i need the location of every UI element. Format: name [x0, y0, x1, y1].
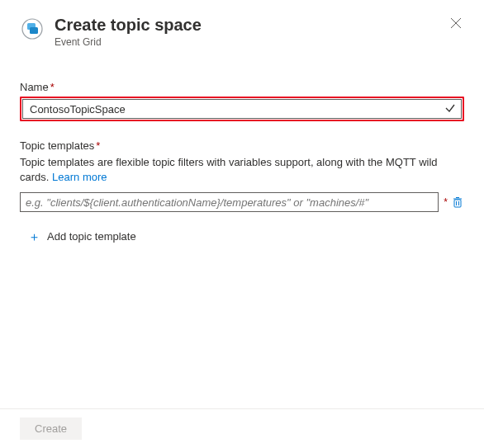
close-button[interactable]	[448, 15, 464, 31]
learn-more-link[interactable]: Learn more	[52, 171, 107, 183]
plus-icon: ＋	[28, 230, 40, 243]
topic-space-icon	[20, 17, 45, 41]
name-input-highlight	[20, 97, 464, 121]
add-template-label: Add topic template	[47, 230, 136, 243]
trash-icon	[452, 196, 463, 208]
name-label: Name*	[20, 81, 464, 93]
panel-header: Create topic space Event Grid	[20, 15, 464, 48]
template-required-indicator: *	[444, 196, 448, 208]
delete-template-button[interactable]	[451, 196, 464, 209]
panel-subtitle: Event Grid	[55, 36, 438, 48]
templates-description: Topic templates are flexible topic filte…	[20, 155, 464, 184]
name-input[interactable]	[28, 102, 444, 116]
create-topic-space-panel: Create topic space Event Grid Name*	[0, 0, 484, 448]
panel-title: Create topic space	[55, 15, 438, 35]
check-icon	[444, 102, 456, 116]
panel-footer: Create	[0, 408, 484, 448]
svg-rect-2	[30, 27, 38, 34]
add-topic-template-button[interactable]: ＋ Add topic template	[20, 227, 464, 246]
create-button[interactable]: Create	[20, 417, 82, 440]
svg-rect-5	[454, 200, 461, 207]
templates-label: Topic templates*	[20, 139, 464, 152]
topic-template-input[interactable]	[20, 192, 439, 212]
